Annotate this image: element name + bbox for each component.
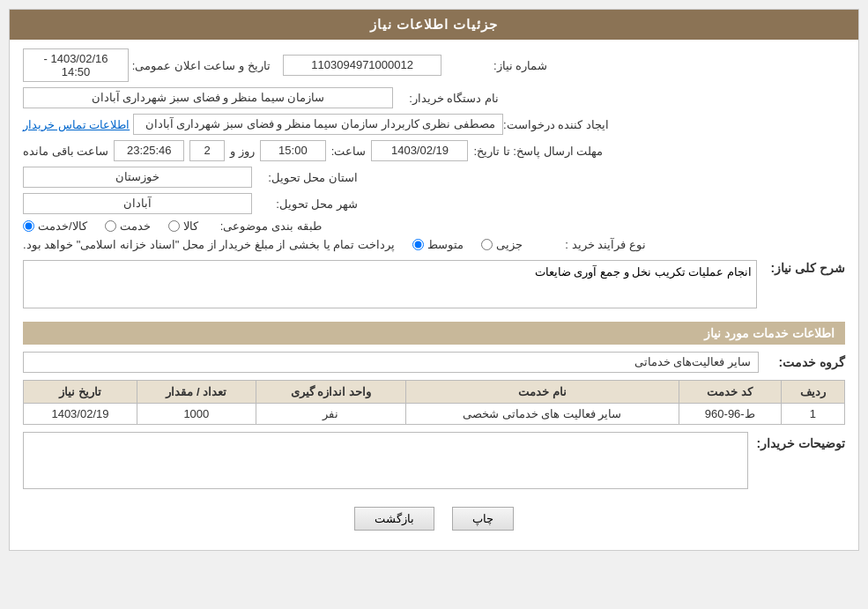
btn-chap[interactable]: چاپ: [452, 507, 514, 531]
radio-mottavasset[interactable]: [412, 239, 424, 250]
radio-jazii[interactable]: [481, 239, 493, 250]
nam-dastgah-row: نام دستگاه خریدار: سازمان سیما منظر و فض…: [23, 87, 845, 108]
radio-kala-khedmat-item: کالا/خدمت: [23, 219, 87, 233]
group-value: سایر فعالیت‌های خدماتی: [23, 352, 759, 373]
shahr-value: آبادان: [23, 193, 252, 214]
tawzih-section: توضیحات خریدار:: [23, 432, 845, 489]
rooz-label: روز و: [230, 145, 255, 158]
tawzih-label: توضیحات خریدار:: [748, 432, 845, 450]
tabaqe-row: طبقه بندی موضوعی: کالا خدمت کالا/خدمت: [23, 219, 845, 233]
saat-label: ساعت:: [331, 145, 367, 158]
section2-title: اطلاعات خدمات مورد نیاز: [23, 322, 845, 345]
sherh-textarea[interactable]: انجام عملیات تکریب نخل و جمع آوری ضایعات: [23, 260, 757, 308]
shahr-row: شهر محل تحویل: آبادان: [23, 193, 845, 214]
table-section: ردیف کد خدمت نام خدمت واحد اندازه گیری ت…: [23, 380, 845, 425]
shahr-label: شهر محل تحویل:: [252, 197, 358, 211]
proc-text: پرداخت تمام یا بخشی از مبلغ خریدار از مح…: [23, 238, 395, 251]
shomara-row: شماره نیاز: 1103094971000012 تاریخ و ساع…: [23, 48, 845, 82]
col-count: تعداد / مقدار: [137, 381, 256, 404]
ostan-row: استان محل تحویل: خوزستان: [23, 167, 845, 188]
ijad-konande-row: ایجاد کننده درخواست: مصطفی نظری کاربردار…: [23, 114, 845, 135]
radio-kala[interactable]: [168, 220, 180, 232]
radio-kala-item: کالا: [168, 219, 198, 233]
col-unit: واحد اندازه گیری: [256, 381, 405, 404]
ijad-konande-label: ایجاد کننده درخواست:: [503, 118, 609, 131]
now-label: نوع فرآیند خرید :: [540, 238, 646, 251]
tarikh-saat-value: 1403/02/16 - 14:50: [23, 48, 129, 82]
radio-khedmat-item: خدمت: [105, 219, 151, 233]
shomara-value: 1103094971000012: [283, 55, 441, 76]
sherh-label: شرح کلی نیاز:: [757, 256, 845, 275]
radio-jazii-label: جزیی: [496, 238, 523, 251]
group-row: گروه خدمت: سایر فعالیت‌های خدماتی: [23, 352, 845, 373]
col-code: کد خدمت: [679, 381, 781, 404]
mohlat-row: مهلت ارسال پاسخ: تا تاریخ: 1403/02/19 سا…: [23, 140, 845, 161]
mohlat-label: مهلت ارسال پاسخ: تا تاریخ:: [473, 145, 603, 158]
rooz-value: 2: [189, 140, 225, 161]
nam-dastgah-label: نام دستگاه خریدار:: [393, 92, 499, 105]
content-area: شماره نیاز: 1103094971000012 تاریخ و ساع…: [10, 40, 858, 550]
sherh-content: انجام عملیات تکریب نخل و جمع آوری ضایعات: [23, 256, 757, 315]
radio-mottavasset-label: متوسط: [427, 238, 464, 251]
btn-row: چاپ بازگشت: [23, 496, 845, 541]
saat-value: 15:00: [260, 140, 326, 161]
page-title: جزئیات اطلاعات نیاز: [10, 10, 858, 40]
page-wrapper: جزئیات اطلاعات نیاز شماره نیاز: 11030949…: [0, 0, 868, 609]
ostan-value: خوزستان: [23, 167, 252, 188]
tawzih-box: [23, 432, 748, 489]
radio-mottavasset-item: متوسط: [412, 238, 464, 251]
remaining-time: 23:25:46: [114, 140, 184, 161]
services-table: ردیف کد خدمت نام خدمت واحد اندازه گیری ت…: [23, 380, 845, 425]
contact-link[interactable]: اطلاعات تماس خریدار: [23, 118, 130, 131]
tabaqe-label: طبقه بندی موضوعی:: [216, 219, 322, 233]
main-container: جزئیات اطلاعات نیاز شماره نیاز: 11030949…: [9, 9, 859, 551]
col-date: تاریخ نیاز: [24, 381, 137, 404]
table-row: 1ط-96-960سایر فعالیت های خدماتی شخصینفر1…: [24, 404, 845, 425]
sherh-section: شرح کلی نیاز: انجام عملیات تکریب نخل و ج…: [23, 256, 845, 315]
radio-kala-label: کالا: [183, 219, 198, 233]
radio-jazii-item: جزیی: [481, 238, 523, 251]
shomara-label: شماره نیاز:: [441, 59, 547, 72]
col-radif: ردیف: [781, 381, 844, 404]
radio-kala-khedmat[interactable]: [23, 220, 34, 232]
group-label: گروه خدمت:: [766, 355, 845, 369]
date-value: 1403/02/19: [371, 140, 468, 161]
ostan-label: استان محل تحویل:: [252, 171, 358, 184]
radio-khedmat[interactable]: [105, 220, 116, 232]
col-name: نام خدمت: [405, 381, 679, 404]
table-header-row: ردیف کد خدمت نام خدمت واحد اندازه گیری ت…: [24, 381, 845, 404]
nam-dastgah-value: سازمان سیما منظر و فضای سبز شهرداری آباد…: [23, 87, 393, 108]
tarikh-saat-label: تاریخ و ساعت اعلان عمومی:: [132, 59, 271, 72]
btn-bazgasht[interactable]: بازگشت: [354, 507, 434, 531]
radio-khedmat-label: خدمت: [120, 219, 151, 233]
radio-kala-khedmat-label: کالا/خدمت: [38, 219, 87, 233]
ijad-konande-value: مصطفی نظری کاربردار سازمان سیما منظر و ف…: [133, 114, 503, 135]
baqi-mande-label: ساعت باقی مانده: [23, 145, 108, 158]
now-row: نوع فرآیند خرید : جزیی متوسط پرداخت تمام…: [23, 238, 845, 251]
